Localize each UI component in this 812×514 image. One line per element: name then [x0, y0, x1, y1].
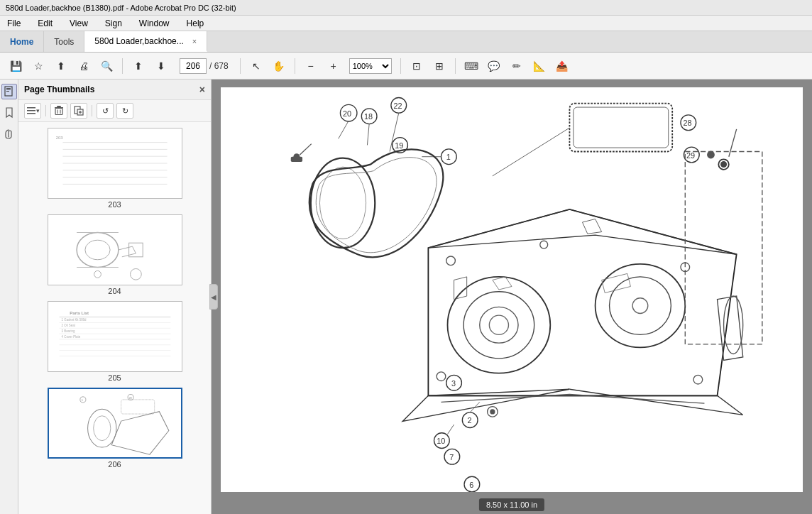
- attachments-panel-icon[interactable]: [1, 126, 17, 142]
- panel-collapse-handle[interactable]: ◀: [209, 284, 218, 310]
- thumb-toolbar-sep-2: [92, 105, 92, 116]
- page-nav: 206 / 678: [180, 58, 229, 74]
- menu-window[interactable]: Window: [135, 17, 174, 30]
- toolbar-separator-4: [400, 58, 401, 74]
- svg-rect-6: [27, 113, 35, 114]
- svg-text:Parts List: Parts List: [70, 311, 89, 315]
- thumb-delete-button[interactable]: [50, 103, 67, 119]
- search-button[interactable]: 🔍: [97, 56, 116, 76]
- page-size-indicator: 8.50 x 11.00 in: [479, 498, 544, 511]
- svg-text:6: 6: [469, 481, 473, 489]
- svg-text:3: 3: [451, 379, 456, 388]
- thumbnail-scroll-area[interactable]: 203 203: [18, 122, 211, 514]
- page-number-input[interactable]: 206: [180, 58, 207, 74]
- next-page-button[interactable]: ⬇: [151, 56, 171, 76]
- svg-point-64: [720, 161, 727, 168]
- thumbnail-item-204[interactable]: 204: [37, 214, 193, 295]
- thumbnail-item-203[interactable]: 203 203: [37, 128, 193, 209]
- tab-tools[interactable]: Tools: [44, 31, 84, 52]
- svg-text:20: 20: [128, 396, 132, 400]
- thumb-menu-button[interactable]: ▾: [24, 103, 41, 119]
- svg-text:18: 18: [364, 112, 373, 121]
- svg-text:29: 29: [686, 151, 695, 160]
- toolbar-separator-1: [122, 58, 123, 74]
- thumbnail-image-204: [48, 214, 182, 285]
- svg-rect-55: [255, 87, 769, 492]
- zoom-in-button[interactable]: +: [324, 56, 344, 76]
- thumb-rotate-left-button[interactable]: ↺: [97, 103, 114, 119]
- svg-text:7: 7: [449, 453, 454, 461]
- thumbnail-label-206: 206: [108, 460, 121, 469]
- menu-view[interactable]: View: [65, 17, 92, 30]
- thumbnail-panel-close[interactable]: ×: [199, 84, 205, 95]
- thumbnail-item-206[interactable]: 1 20 206: [37, 388, 193, 469]
- fit-page-button[interactable]: ⊡: [407, 56, 427, 76]
- bookmark-button[interactable]: ☆: [28, 56, 48, 76]
- svg-rect-79: [291, 157, 302, 162]
- cursor-tool-button[interactable]: ↖: [246, 56, 266, 76]
- zoom-control: 100% 50% 75% 125% 150% 200%: [349, 58, 392, 74]
- thumbnail-panel-title: Page Thumbnails: [24, 84, 94, 94]
- zoom-out-button[interactable]: −: [301, 56, 321, 76]
- thumb-insert-button[interactable]: [70, 103, 87, 119]
- pdf-page-content: 28 29 1 18: [221, 87, 803, 492]
- menu-edit[interactable]: Edit: [33, 17, 57, 30]
- thumbnail-panel-header: Page Thumbnails ×: [18, 80, 211, 100]
- pages-panel-icon[interactable]: [1, 84, 17, 99]
- tabbar: Home Tools 580d Loader,backhoe... ×: [0, 31, 812, 53]
- svg-rect-47: [50, 389, 179, 457]
- svg-text:3  Bearing: 3 Bearing: [61, 329, 75, 333]
- svg-rect-2: [6, 89, 11, 90]
- svg-text:28: 28: [684, 119, 692, 127]
- diagram-svg: 28 29 1 18: [221, 87, 803, 492]
- left-sidebar: [0, 80, 18, 514]
- toolbar: 💾 ☆ ⬆ 🖨 🔍 ⬆ ⬇ 206 / 678 ↖ ✋ − + 100% 50%…: [0, 53, 812, 80]
- thumb-rotate-right-button[interactable]: ↻: [116, 103, 133, 119]
- measure-button[interactable]: 📐: [530, 56, 549, 76]
- toolbar-separator-5: [455, 58, 456, 74]
- svg-text:1: 1: [446, 153, 451, 161]
- svg-text:19: 19: [395, 141, 403, 150]
- menu-help[interactable]: Help: [182, 17, 209, 30]
- menu-sign[interactable]: Sign: [101, 17, 126, 30]
- svg-point-106: [490, 409, 495, 414]
- svg-rect-8: [57, 106, 61, 107]
- svg-rect-4: [27, 107, 35, 109]
- toolbar-separator-3: [295, 58, 295, 74]
- title-text: 580d Loader,backhoe (B1380).pdf - Adobe …: [6, 4, 236, 12]
- page-separator: / 678: [209, 61, 229, 71]
- share-button[interactable]: 📤: [552, 56, 572, 76]
- draw-button[interactable]: ✏: [507, 56, 527, 76]
- prev-page-button[interactable]: ⬆: [128, 56, 148, 76]
- svg-rect-3: [6, 91, 9, 92]
- thumbnail-label-205: 205: [108, 373, 121, 382]
- upload-button[interactable]: ⬆: [51, 56, 71, 76]
- tab-close-button[interactable]: ×: [192, 37, 197, 45]
- main-layout: Page Thumbnails × ▾ ↺ ↻: [0, 80, 812, 514]
- svg-text:10: 10: [437, 437, 445, 445]
- zoom-select[interactable]: 100% 50% 75% 125% 150% 200%: [349, 58, 392, 74]
- comment-button[interactable]: 💬: [484, 56, 504, 76]
- titlebar: 580d Loader,backhoe (B1380).pdf - Adobe …: [0, 0, 812, 16]
- svg-text:2  Oil Seal: 2 Oil Seal: [61, 324, 75, 327]
- thumbnail-panel: Page Thumbnails × ▾ ↺ ↻: [18, 80, 212, 514]
- svg-rect-25: [48, 215, 180, 285]
- svg-text:203: 203: [55, 136, 63, 140]
- thumb-toolbar-sep-1: [45, 105, 46, 116]
- pdf-page: 28 29 1 18: [212, 80, 812, 500]
- tools-icon-button[interactable]: ⌨: [461, 56, 481, 76]
- pdf-content-area[interactable]: 28 29 1 18: [212, 80, 812, 514]
- thumbnail-image-203: 203: [48, 128, 182, 199]
- fit-width-button[interactable]: ⊞: [429, 56, 449, 76]
- tab-document[interactable]: 580d Loader,backhoe... ×: [84, 31, 207, 52]
- tab-home[interactable]: Home: [0, 31, 44, 52]
- save-button[interactable]: 💾: [6, 56, 26, 76]
- thumbnail-item-205[interactable]: Parts List 1 Gasket Kit 580d 2 Oil Seal …: [37, 301, 193, 382]
- thumbnail-label-204: 204: [108, 287, 121, 295]
- menu-file[interactable]: File: [3, 17, 25, 30]
- svg-rect-9: [55, 109, 62, 115]
- print-button[interactable]: 🖨: [74, 56, 94, 76]
- hand-tool-button[interactable]: ✋: [269, 56, 289, 76]
- svg-text:4  Cover Plate: 4 Cover Plate: [61, 335, 80, 339]
- bookmarks-panel-icon[interactable]: [1, 105, 17, 121]
